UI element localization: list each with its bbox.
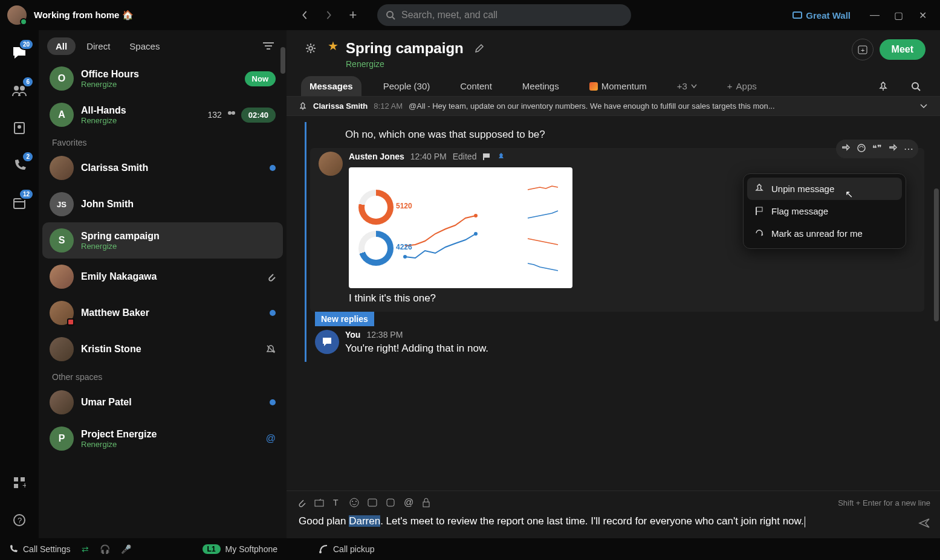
schedule-meeting-button[interactable]: + — [852, 39, 874, 60]
flag-icon — [754, 206, 764, 216]
attachment-icon — [266, 272, 276, 282]
minimize-button[interactable]: — — [865, 5, 884, 25]
rail-chat-button[interactable]: 20 — [7, 41, 31, 65]
call-pickup-button[interactable]: Call pickup — [319, 544, 374, 554]
rail-calendar-button[interactable]: 12 — [7, 191, 31, 215]
screenshot-button[interactable] — [314, 498, 324, 507]
pin-toggle-button[interactable] — [874, 77, 893, 96]
lock-button[interactable] — [422, 498, 430, 507]
call-settings-button[interactable]: Call Settings — [8, 544, 71, 554]
search-in-space-button[interactable] — [906, 77, 925, 96]
filter-button[interactable] — [259, 36, 278, 56]
favorite-star-icon[interactable]: ★ — [328, 39, 339, 53]
svg-rect-38 — [368, 499, 377, 506]
maximize-button[interactable]: ▢ — [889, 5, 909, 25]
rail-help-button[interactable]: ? — [7, 508, 31, 532]
new-button[interactable]: + — [343, 5, 363, 25]
svg-rect-9 — [14, 477, 18, 481]
svg-point-20 — [309, 47, 313, 50]
user-status[interactable]: Working from home 🏠 — [34, 10, 134, 21]
sidebar-item-office-hours[interactable]: O Office Hours Renergize Now — [42, 60, 283, 97]
sidebar-item-project-energize[interactable]: P Project Energize Renergize @ — [42, 420, 283, 457]
sidebar-item-clarissa[interactable]: Clarissa Smith — [42, 150, 283, 186]
channel-tab-more[interactable]: +3 — [669, 76, 705, 96]
emoji-button[interactable] — [349, 498, 359, 507]
tab-spaces[interactable]: Spaces — [121, 37, 168, 55]
more-actions-button[interactable]: ⋯ — [904, 143, 913, 155]
org-switcher[interactable]: Great Wall — [793, 10, 851, 21]
svg-point-41 — [319, 551, 322, 553]
headset-icon[interactable]: 🎧 — [100, 544, 110, 554]
messages-scrollbar[interactable] — [934, 116, 939, 491]
sticker-icon — [386, 498, 395, 507]
mention-button[interactable]: @ — [404, 497, 413, 508]
sidebar-item-spring-campaign[interactable]: S Spring campaign Renergize — [42, 222, 283, 259]
message-item[interactable]: Oh no, which one was that supposed to be… — [306, 122, 928, 148]
flag-icon — [482, 152, 491, 161]
close-button[interactable]: ✕ — [913, 5, 933, 25]
call-forward-icon[interactable]: ⇄ — [82, 544, 89, 554]
menu-unpin[interactable]: Unpin message — [747, 178, 902, 200]
react-button[interactable] — [841, 143, 851, 155]
sidebar-item-all-hands[interactable]: A All-Hands Renergize 132 02:40 — [42, 97, 283, 133]
sidebar-scrollbar[interactable] — [280, 30, 285, 538]
channel-tab-add-apps[interactable]: + Apps — [719, 76, 765, 96]
sidebar-item-matthew[interactable]: Matthew Baker — [42, 295, 283, 331]
chevron-down-icon[interactable] — [919, 103, 928, 109]
sidebar-item-kristin[interactable]: Kristin Stone — [42, 331, 283, 367]
format-button[interactable]: T — [332, 498, 341, 507]
edit-title-button[interactable] — [470, 39, 489, 58]
rail-apps-button[interactable]: + — [7, 471, 31, 495]
conversation-name: Project Energize — [81, 429, 259, 440]
tab-label: Momentum — [601, 81, 647, 91]
channel-tab-content[interactable]: Content — [452, 76, 501, 96]
message-time: 12:38 PM — [366, 330, 403, 340]
forward-button[interactable] — [888, 143, 898, 155]
gif-button[interactable] — [368, 498, 377, 507]
start-thread-button[interactable] — [857, 143, 866, 155]
channel-settings-button[interactable] — [301, 39, 320, 58]
global-search-input[interactable]: Search, meet, and call — [377, 4, 631, 26]
sticker-button[interactable] — [386, 498, 395, 507]
softphone-selector[interactable]: L1 My Softphone — [203, 544, 277, 554]
people-count-icon — [227, 111, 236, 119]
rail-contacts-button[interactable] — [7, 116, 31, 140]
channel-tab-meetings[interactable]: Meetings — [514, 76, 568, 96]
tab-direct[interactable]: Direct — [78, 37, 118, 55]
mention-icon: @ — [266, 433, 276, 444]
tab-all[interactable]: All — [47, 37, 76, 55]
calendar-plus-icon: + — [857, 44, 868, 55]
nav-back-button[interactable] — [295, 5, 314, 25]
chart-attachment[interactable]: 5120 4226 — [349, 167, 572, 288]
channel-tab-messages[interactable]: Messages — [301, 76, 361, 96]
menu-mark-unread[interactable]: Mark as unread for me — [747, 222, 902, 245]
meet-button[interactable]: Meet — [880, 39, 925, 60]
sidebar-item-umar[interactable]: Umar Patel — [42, 384, 283, 420]
channel-tab-people[interactable]: People (30) — [375, 76, 439, 96]
message-item[interactable]: You 12:38 PM You're right! Adding that i… — [306, 326, 928, 362]
rail-calls-button[interactable]: 2 — [7, 153, 31, 178]
conversation-name: Office Hours — [81, 69, 238, 80]
svg-point-35 — [350, 498, 358, 507]
sidebar-item-emily[interactable]: Emily Nakagawa — [42, 259, 283, 295]
rail-people-button[interactable]: 6 — [7, 79, 31, 103]
message-body: You're right! Adding that in now. — [345, 342, 904, 356]
composer-input[interactable]: Good plan Darren. Let's meet to review t… — [296, 512, 930, 531]
attach-button[interactable] — [296, 498, 306, 507]
nav-forward-button[interactable] — [319, 5, 339, 25]
quote-button[interactable]: ❝❞ — [872, 143, 882, 155]
send-button[interactable] — [918, 518, 930, 529]
channel-tab-momentum[interactable]: Momentum — [581, 76, 655, 96]
menu-flag[interactable]: Flag message — [747, 200, 902, 222]
sidebar-item-john[interactable]: JS John Smith — [42, 186, 283, 222]
pencil-icon — [475, 43, 484, 53]
microphone-icon[interactable]: 🎤 — [121, 544, 131, 554]
svg-point-23 — [912, 83, 918, 89]
message-item[interactable]: Austen Jones 12:40 PM Edited 5120 4226 — [310, 148, 924, 312]
svg-point-3 — [14, 86, 19, 91]
svg-line-24 — [918, 88, 920, 91]
people-badge-count: 6 — [22, 76, 34, 88]
user-avatar[interactable] — [7, 5, 27, 25]
pinned-message-bar[interactable]: Clarissa Smith 8:12 AM @All - Hey team, … — [287, 97, 940, 116]
space-avatar: S — [50, 228, 74, 253]
